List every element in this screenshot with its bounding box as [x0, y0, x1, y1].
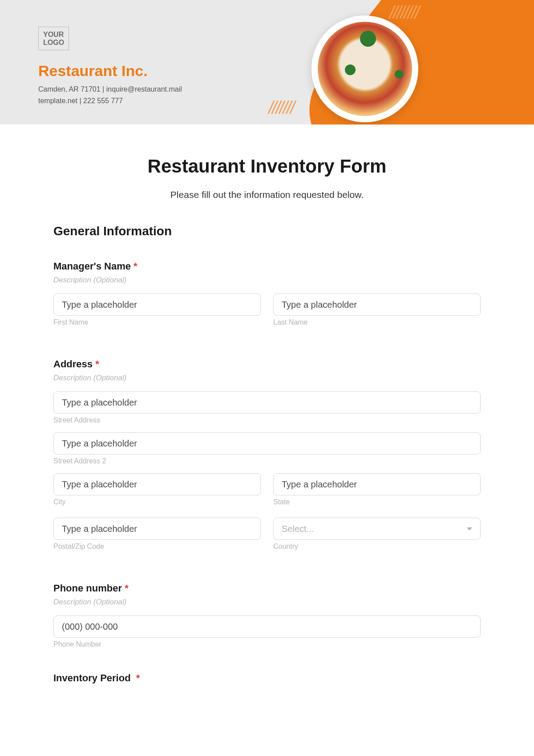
company-meta-line: template.net | 222 555 777	[38, 97, 123, 105]
field-description: Description (Optional)	[53, 598, 481, 607]
city-input[interactable]	[53, 473, 261, 495]
first-name-input[interactable]	[53, 294, 261, 316]
sublabel-last-name: Last Name	[273, 318, 481, 326]
postal-code-input[interactable]	[53, 518, 261, 540]
street-address-2-input[interactable]	[53, 432, 481, 454]
sublabel-street: Street Address	[53, 416, 481, 424]
sublabel-postal: Postal/Zip Code	[53, 543, 261, 551]
sublabel-first-name: First Name	[53, 318, 261, 326]
field-description: Description (Optional)	[53, 276, 481, 285]
country-select[interactable]: Select...	[273, 518, 481, 540]
field-label: Address *	[53, 358, 481, 370]
section-heading-general: General Information	[53, 224, 481, 238]
company-contact-info: Camden, AR 71701 | inquire@restaurant.ma…	[38, 84, 182, 106]
last-name-input[interactable]	[273, 294, 481, 316]
required-asterisk-icon: *	[136, 672, 140, 684]
required-asterisk-icon: *	[134, 261, 138, 272]
form-body: Restaurant Inventory Form Please fill ou…	[0, 125, 534, 735]
field-address: Address * Description (Optional) Street …	[53, 358, 481, 559]
chevron-down-icon	[467, 527, 472, 531]
field-phone: Phone number * Description (Optional) Ph…	[53, 583, 481, 648]
field-inventory-period: Inventory Period *	[53, 672, 481, 684]
company-name: Restaurant Inc.	[38, 62, 148, 80]
sublabel-country: Country	[273, 543, 481, 551]
required-asterisk-icon: *	[95, 358, 99, 370]
food-photo-circle	[312, 16, 418, 122]
label-text: Manager's Name	[53, 261, 131, 272]
field-label: Phone number *	[53, 583, 481, 594]
street-address-input[interactable]	[53, 391, 481, 414]
sublabel-city: City	[53, 498, 261, 506]
state-input[interactable]	[273, 473, 481, 495]
logo-text-line: LOGO	[43, 39, 64, 46]
field-label: Inventory Period *	[53, 672, 481, 684]
page-subtitle: Please fill out the information requeste…	[53, 189, 481, 200]
field-manager-name: Manager's Name * Description (Optional) …	[53, 261, 481, 334]
field-label: Manager's Name *	[53, 261, 481, 272]
label-text: Address	[53, 358, 93, 370]
hatch-decoration-icon: ////////	[389, 3, 418, 23]
form-header: //////// /////// YOUR LOGO Restaurant In…	[0, 0, 534, 125]
logo-text-line: YOUR	[43, 31, 64, 38]
required-asterisk-icon: *	[125, 583, 129, 594]
page-title: Restaurant Inventory Form	[53, 156, 481, 177]
sublabel-state: State	[273, 498, 481, 506]
phone-input[interactable]	[53, 615, 481, 638]
label-text: Phone number	[53, 583, 122, 594]
sublabel-street-2: Street Address 2	[53, 457, 481, 465]
select-placeholder: Select...	[282, 524, 314, 534]
sublabel-phone: Phone Number	[53, 640, 481, 648]
company-meta-line: Camden, AR 71701 | inquire@restaurant.ma…	[38, 85, 182, 93]
logo-placeholder: YOUR LOGO	[38, 27, 69, 50]
label-text: Inventory Period	[53, 672, 131, 684]
hatch-decoration-icon: ///////	[268, 98, 294, 118]
field-description: Description (Optional)	[53, 374, 481, 382]
